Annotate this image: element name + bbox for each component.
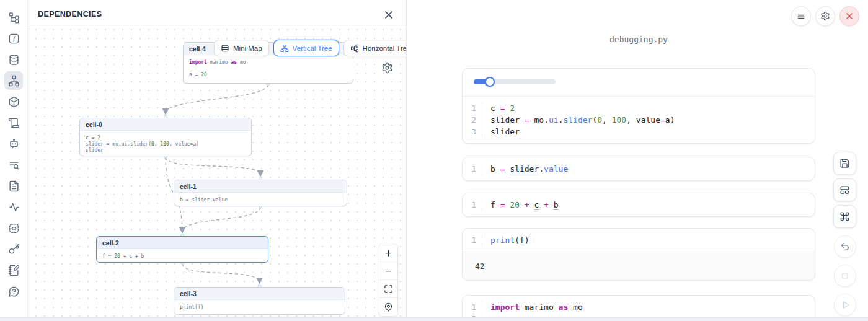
graph-toolbar-horizontal-tree-button[interactable]: Horizontal Tree (343, 40, 406, 56)
graph-toolbar-vertical-tree-button[interactable]: Vertical Tree (273, 40, 339, 56)
scroll-icon (8, 117, 20, 129)
code-token: = (660, 115, 665, 125)
code-token: b (490, 164, 500, 174)
slider[interactable] (474, 79, 556, 84)
graph-node-cell-3[interactable]: cell-3print(f) (174, 287, 345, 315)
run-cells-button[interactable] (834, 294, 856, 316)
notebook-settings-button[interactable] (815, 6, 835, 26)
close-panel-button[interactable] (383, 9, 395, 21)
save-notebook-button[interactable] (833, 152, 856, 175)
code-token: ui (549, 115, 559, 125)
file-text-icon (8, 180, 20, 192)
code-token: marimo (207, 59, 231, 65)
graph-node-title: cell-1 (174, 180, 347, 193)
code-token (539, 200, 544, 209)
code-line: 1import marimo as mo (463, 301, 815, 313)
close-icon (383, 9, 395, 21)
sidebar-item-search-list[interactable] (4, 156, 23, 174)
code-token: import (189, 59, 207, 65)
code-token: slider (490, 115, 525, 125)
graph-node-cell-0[interactable]: cell-0c = 2slider = mo.ui.slider(0, 100,… (79, 118, 252, 156)
code-content: c = 2 (482, 103, 515, 113)
dependency-graph-canvas[interactable]: Mini MapVertical TreeHorizontal Tree cel… (28, 29, 406, 317)
code-editor[interactable]: 1print(f) (463, 229, 815, 252)
sidebar-item-packages[interactable] (4, 92, 23, 111)
code-token: mo (568, 302, 582, 312)
notebook-menu-button[interactable] (791, 6, 811, 26)
code-token: f (490, 200, 500, 209)
code-line: 3slider (463, 126, 815, 138)
dependencies-panel: DEPENDENCIES Mini MapVertical TreeHorizo… (28, 0, 407, 321)
code-editor[interactable]: 1c = 22slider = mo.ui.slider(0, 100, val… (463, 97, 815, 143)
code-content: print(f) (482, 235, 529, 245)
horizontal-tree-label: Horizontal Tree (363, 45, 406, 52)
graph-code-line: import marimo as mo (189, 59, 347, 66)
sidebar-item-help[interactable] (4, 282, 23, 301)
vertical-tree-icon (280, 44, 289, 53)
dependencies-panel-header: DEPENDENCIES (28, 0, 406, 29)
sidebar-item-tracing[interactable] (4, 198, 23, 216)
code-token: 20 (510, 200, 520, 209)
zoom-in-button[interactable] (379, 244, 397, 262)
command-palette-button[interactable] (833, 205, 856, 228)
graph-code-line: print(f) (180, 304, 339, 310)
graph-node-code: f = 20 + c + b (97, 249, 268, 263)
line-number: 1 (463, 102, 482, 114)
sidebar-item-file-explorer[interactable] (4, 8, 23, 27)
panel-title: DEPENDENCIES (38, 10, 102, 19)
sidebar-item-scratchpad[interactable] (4, 261, 23, 279)
sidebar-item-snippets[interactable] (4, 219, 23, 237)
code-editor[interactable]: 1f = 20 + c + b (463, 193, 815, 216)
shutdown-button[interactable] (839, 6, 859, 26)
sidebar-item-logs[interactable] (4, 113, 23, 132)
code-content: f = 20 + c + b (482, 200, 559, 209)
line-number: 3 (463, 126, 482, 138)
sidebar-item-dependency-graph[interactable] (4, 71, 23, 90)
code-line: 1f = 20 + c + b (463, 199, 815, 211)
code-token (549, 200, 554, 209)
undo-button[interactable] (834, 235, 856, 258)
code-token: b = slider.value (180, 197, 228, 203)
notebook-settings-icon (820, 11, 830, 21)
mini-map-icon (221, 44, 229, 53)
code-square-icon (8, 222, 20, 234)
sidebar-item-datasources[interactable] (4, 50, 23, 69)
code-line: 1c = 2 (463, 102, 815, 114)
stop-kernel-button[interactable] (834, 265, 856, 287)
notebook-pen-icon (8, 265, 20, 276)
cell-output-area (463, 69, 815, 97)
sidebar-item-ai-chat[interactable] (4, 134, 23, 153)
sidebar-item-variables[interactable]: f (4, 29, 23, 48)
sidebar-item-secrets[interactable] (4, 240, 23, 258)
locate-cell-button[interactable] (379, 298, 397, 316)
graph-node-cell-1[interactable]: cell-1b = slider.value (174, 180, 347, 206)
app-window: f DEPENDENCIES Mini MapVertical TreeHori… (0, 0, 868, 321)
zoom-out-button[interactable] (379, 262, 397, 280)
layout-toggle-button[interactable] (833, 178, 856, 201)
code-line: 2slider = mo.ui.slider(0, 100, value=a) (463, 114, 815, 126)
locate-cell-icon (384, 302, 393, 312)
code-editor[interactable]: 1b = slider.value (463, 157, 815, 180)
code-token: , value (626, 115, 660, 125)
code-token: c (490, 103, 500, 113)
sidebar-item-documentation[interactable] (4, 177, 23, 195)
code-token: print(f) (180, 304, 204, 310)
zoom-in-icon (384, 248, 393, 258)
graph-node-cell-2[interactable]: cell-2f = 20 + c + b (96, 236, 268, 263)
code-token: 2 (510, 103, 515, 113)
graph-zoom-controls (379, 244, 398, 317)
list-search-icon (8, 159, 20, 171)
box-icon (8, 96, 20, 108)
graph-settings-button[interactable] (381, 62, 393, 74)
stop-kernel-icon (840, 271, 850, 281)
notebook-cell-0: 1c = 22slider = mo.ui.slider(0, 100, val… (462, 68, 815, 144)
fit-view-button[interactable] (379, 280, 397, 298)
code-token: ) (670, 115, 675, 125)
file-tree-icon (8, 12, 20, 24)
slider-handle[interactable] (485, 77, 495, 87)
code-token: mo (237, 59, 246, 65)
graph-node-code: print(f) (174, 300, 345, 315)
code-token: slider (490, 127, 520, 136)
code-token: f (520, 235, 525, 245)
graph-toolbar-mini-map-button[interactable]: Mini Map (214, 40, 269, 56)
